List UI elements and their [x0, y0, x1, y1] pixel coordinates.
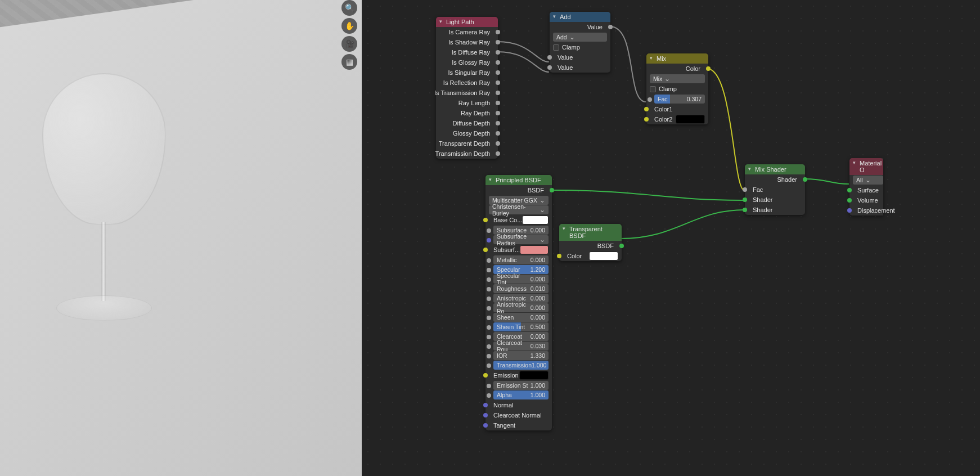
- node-math-add[interactable]: Add Value Add Clamp Value Value: [550, 12, 610, 73]
- node-header[interactable]: Transparent BSDF: [559, 224, 622, 241]
- node-header[interactable]: Material O: [849, 158, 883, 175]
- output-shader: Shader: [777, 176, 797, 183]
- grid-icon[interactable]: ▦: [341, 54, 357, 70]
- input-value-1[interactable]: Value: [558, 54, 573, 61]
- output-value: Value: [587, 24, 603, 30]
- output-ray-length[interactable]: Ray Length: [436, 98, 498, 108]
- output-is-shadow-ray[interactable]: Is Shadow Ray: [436, 37, 498, 47]
- sss-dropdown[interactable]: Christensen-Burley: [489, 205, 549, 214]
- output-is-transmission-ray[interactable]: Is Transmission Ray: [436, 88, 498, 98]
- clamp-checkbox[interactable]: [553, 44, 559, 51]
- input-shader-1[interactable]: Shader: [753, 196, 772, 203]
- node-principled-bsdf[interactable]: Principled BSDF BSDF Multiscatter GGX Ch…: [485, 175, 552, 430]
- zoom-icon[interactable]: 🔍: [341, 0, 357, 16]
- output-is-singular-ray[interactable]: Is Singular Ray: [436, 68, 498, 78]
- input-value-2[interactable]: Value: [558, 64, 573, 71]
- render-preview: [39, 73, 169, 343]
- input-displacement[interactable]: Displacement: [857, 207, 895, 214]
- color-swatch[interactable]: [589, 252, 618, 261]
- alpha-slider[interactable]: Alpha1.000: [493, 390, 549, 399]
- subsurf-color-swatch[interactable]: [520, 245, 549, 254]
- ior-slider[interactable]: IOR1.330: [493, 351, 549, 360]
- input-surface[interactable]: Surface: [857, 187, 879, 194]
- color2-swatch[interactable]: [676, 115, 705, 124]
- output-is-camera-ray[interactable]: Is Camera Ray: [436, 27, 498, 37]
- output-bsdf: BSDF: [597, 243, 614, 249]
- base-color-swatch[interactable]: [522, 215, 549, 224]
- node-material-output[interactable]: Material O All Surface Volume Displaceme…: [849, 158, 883, 215]
- node-header[interactable]: Mix Shader: [745, 164, 805, 174]
- input-fac[interactable]: Fac: [753, 186, 763, 193]
- viewport-overlay-buttons: 🔍 ✋ 🎥 ▦: [341, 0, 357, 70]
- input-shader-2[interactable]: Shader: [753, 206, 772, 213]
- output-color: Color: [686, 65, 700, 72]
- input-color1[interactable]: Color1: [654, 106, 672, 113]
- emission-swatch[interactable]: [519, 371, 549, 380]
- emission-strength[interactable]: Emission St1.000: [493, 381, 549, 390]
- sheen-slider[interactable]: Sheen0.000: [493, 313, 549, 322]
- output-is-diffuse-ray[interactable]: Is Diffuse Ray: [436, 47, 498, 57]
- fac-slider[interactable]: Fac0.307: [654, 95, 705, 104]
- output-ray-depth[interactable]: Ray Depth: [436, 108, 498, 118]
- output-diffuse-depth[interactable]: Diffuse Depth: [436, 118, 498, 128]
- node-header[interactable]: Principled BSDF: [485, 175, 552, 185]
- camera-icon[interactable]: 🎥: [341, 36, 357, 52]
- viewport-3d[interactable]: 🔍 ✋ 🎥 ▦: [0, 0, 362, 476]
- output-transparent-depth[interactable]: Transparent Depth: [436, 138, 498, 149]
- transmission-slider[interactable]: Transmission1.000: [493, 361, 549, 370]
- output-is-reflection-ray[interactable]: Is Reflection Ray: [436, 78, 498, 88]
- output-is-glossy-ray[interactable]: Is Glossy Ray: [436, 57, 498, 68]
- output-glossy-depth[interactable]: Glossy Depth: [436, 128, 498, 138]
- node-mixrgb[interactable]: Mix Color Mix Clamp Fac0.307 Color1 Colo…: [646, 53, 708, 124]
- input-color2: Color2: [654, 116, 672, 123]
- output-bsdf: BSDF: [528, 187, 544, 194]
- blend-dropdown[interactable]: Mix: [650, 74, 705, 83]
- node-light-path[interactable]: Light Path Is Camera RayIs Shadow RayIs …: [436, 17, 498, 159]
- node-header[interactable]: Mix: [646, 53, 708, 64]
- shader-node-editor[interactable]: Light Path Is Camera RayIs Shadow RayIs …: [362, 0, 980, 476]
- node-header[interactable]: Light Path: [436, 17, 498, 27]
- subsurface-radius-dropdown[interactable]: Subsurface Radius: [493, 235, 549, 244]
- node-transparent-bsdf[interactable]: Transparent BSDF BSDF Color: [559, 224, 622, 261]
- operation-dropdown[interactable]: Add: [553, 33, 607, 42]
- anisotropic-ro-slider[interactable]: Anisotropic Ro0.000: [493, 303, 549, 312]
- metallic-slider[interactable]: Metallic0.000: [493, 255, 549, 264]
- specular-tint-slider[interactable]: Specular Tint0.000: [493, 275, 549, 284]
- input-volume[interactable]: Volume: [857, 197, 878, 204]
- target-dropdown[interactable]: All: [853, 176, 883, 185]
- node-mix-shader[interactable]: Mix Shader Shader Fac Shader Shader: [745, 164, 805, 215]
- clamp-checkbox[interactable]: [650, 86, 656, 92]
- clearcoat-rou-slider[interactable]: Clearcoat Rou0.030: [493, 342, 549, 351]
- hand-icon[interactable]: ✋: [341, 18, 357, 34]
- output-transmission-depth[interactable]: Transmission Depth: [436, 149, 498, 159]
- roughness-slider[interactable]: Roughness0.010: [493, 284, 549, 293]
- sheen-tint-slider[interactable]: Sheen Tint0.500: [493, 322, 549, 331]
- node-header[interactable]: Add: [550, 12, 610, 22]
